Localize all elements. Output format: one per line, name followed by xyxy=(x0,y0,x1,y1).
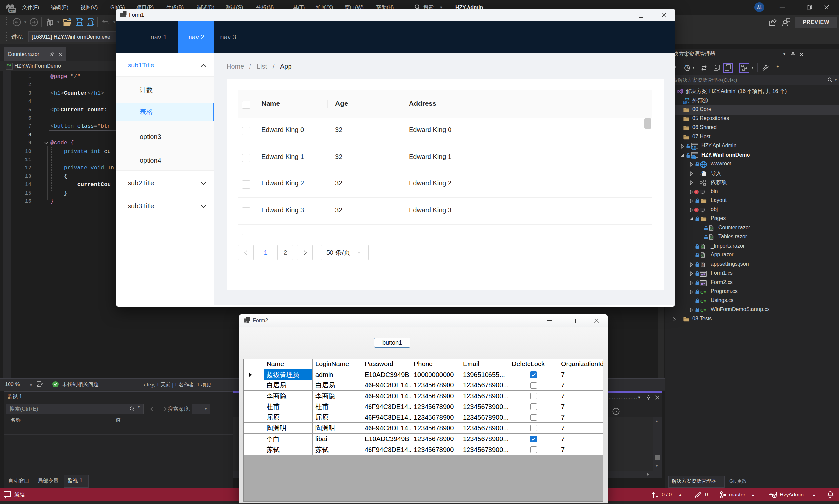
svg-text:PRE: PRE xyxy=(9,9,15,13)
